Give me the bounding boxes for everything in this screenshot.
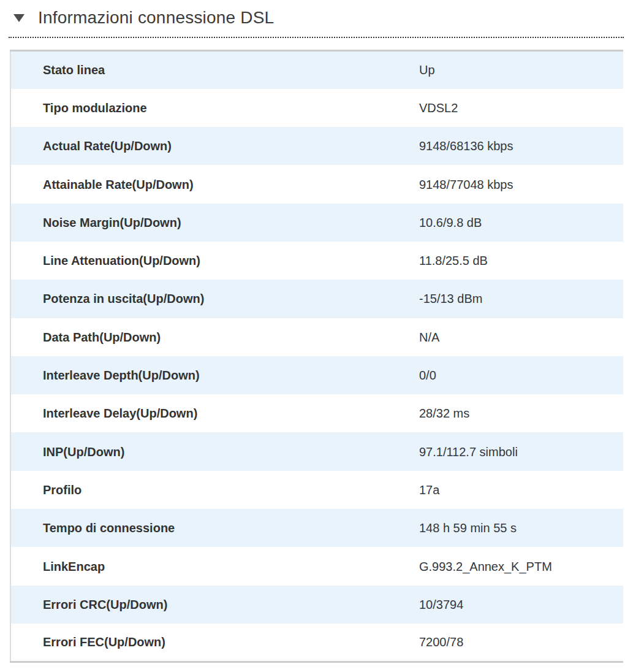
row-label: Tempo di connessione [10,509,419,547]
row-value: 28/32 ms [419,394,623,432]
table-row: Tempo di connessione 148 h 59 min 55 s [10,509,623,547]
row-label: Interleave Delay(Up/Down) [10,394,419,432]
row-value: 7200/78 [419,624,623,662]
row-value: G.993.2_Annex_K_PTM [419,547,623,585]
row-value: 10/3794 [419,586,623,624]
table-row: Interleave Delay(Up/Down) 28/32 ms [10,394,623,432]
table-row: Errori FEC(Up/Down) 7200/78 [10,624,623,662]
row-label: Errori FEC(Up/Down) [10,624,419,662]
row-value: 97.1/112.7 simboli [419,432,623,470]
row-value: 9148/77048 kbps [419,165,623,203]
row-label: Tipo modulazione [10,89,419,127]
row-value: 9148/68136 kbps [419,127,623,165]
row-value: N/A [419,318,623,356]
row-value: -15/13 dBm [419,280,623,318]
table-row: Interleave Depth(Up/Down) 0/0 [10,356,623,394]
row-value: 148 h 59 min 55 s [419,509,623,547]
row-label: Noise Margin(Up/Down) [10,204,419,242]
row-label: Errori CRC(Up/Down) [10,586,419,624]
table-row: Actual Rate(Up/Down) 9148/68136 kbps [10,127,623,165]
row-label: Stato linea [10,51,419,89]
row-label: Data Path(Up/Down) [10,318,419,356]
dsl-section-header[interactable]: Informazioni connessione DSL [9,0,624,38]
row-value: 11.8/25.5 dB [419,242,623,280]
table-row: INP(Up/Down) 97.1/112.7 simboli [10,432,623,470]
row-label: LinkEncap [10,547,419,585]
dsl-info-table-body: Stato linea Up Tipo modulazione VDSL2 Ac… [10,51,623,662]
row-value: Up [419,51,623,89]
row-value: 17a [419,471,623,509]
table-row: Line Attenuation(Up/Down) 11.8/25.5 dB [10,242,623,280]
row-label: Attainable Rate(Up/Down) [10,165,419,203]
table-row: Potenza in uscita(Up/Down) -15/13 dBm [10,280,623,318]
dsl-info-table-container: Stato linea Up Tipo modulazione VDSL2 Ac… [10,50,623,663]
row-value: 0/0 [419,356,623,394]
row-label: Interleave Depth(Up/Down) [10,356,419,394]
collapse-triangle-icon[interactable] [13,14,25,22]
row-label: Potenza in uscita(Up/Down) [10,280,419,318]
dsl-info-table: Stato linea Up Tipo modulazione VDSL2 Ac… [10,50,623,663]
table-row: Tipo modulazione VDSL2 [10,89,623,127]
table-row: Stato linea Up [10,51,623,89]
row-value: 10.6/9.8 dB [419,204,623,242]
table-row: Errori CRC(Up/Down) 10/3794 [10,586,623,624]
row-label: Profilo [10,471,419,509]
table-row: Attainable Rate(Up/Down) 9148/77048 kbps [10,165,623,203]
table-row: Data Path(Up/Down) N/A [10,318,623,356]
page-title: Informazioni connessione DSL [38,8,274,28]
row-label: Actual Rate(Up/Down) [10,127,419,165]
table-row: LinkEncap G.993.2_Annex_K_PTM [10,547,623,585]
row-value: VDSL2 [419,89,623,127]
row-label: Line Attenuation(Up/Down) [10,242,419,280]
row-label: INP(Up/Down) [10,432,419,470]
table-row: Noise Margin(Up/Down) 10.6/9.8 dB [10,204,623,242]
table-row: Profilo 17a [10,471,623,509]
